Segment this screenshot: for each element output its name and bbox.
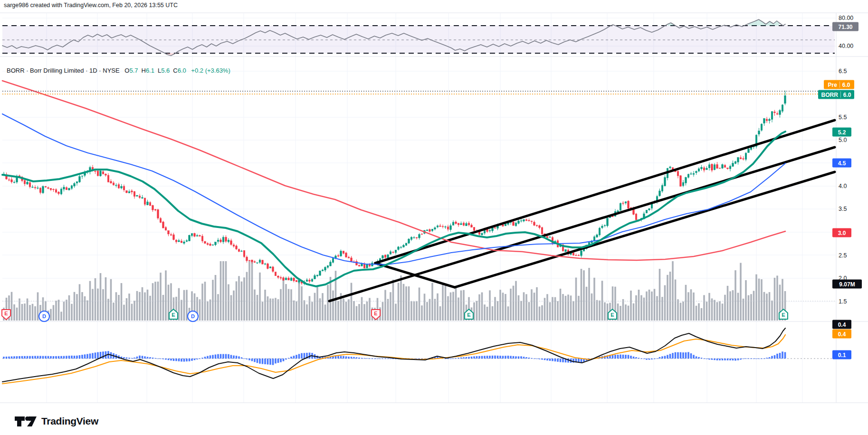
tradingview-logo-icon xyxy=(14,415,37,427)
rsi-pane[interactable] xyxy=(2,19,835,56)
ohlc-values: O5.7H6.1L5.6C6.0 xyxy=(121,67,186,74)
dividend-marker[interactable]: D xyxy=(39,311,49,322)
blue-ma-line xyxy=(2,114,785,265)
svg-text:E: E xyxy=(374,311,377,316)
svg-text:D: D xyxy=(42,313,46,319)
price-badge: 5.2 xyxy=(832,128,851,137)
change-value: +0.2 (+3.63%) xyxy=(191,67,230,74)
price-badge: 0.1 xyxy=(832,350,851,359)
rsi-value-badge: 71.30 xyxy=(832,22,858,31)
rsi-axis-label: 40.00 xyxy=(839,43,853,49)
svg-text:E: E xyxy=(4,311,8,316)
price-badge: 9.07M xyxy=(832,280,862,289)
price-axis-label: 5.0 xyxy=(839,137,847,143)
chart-canvas[interactable]: EDEDEEEE xyxy=(0,0,868,435)
price-axis-label: 1.5 xyxy=(839,298,847,305)
badge-divider xyxy=(839,82,840,88)
badge-value: 6.0 xyxy=(843,91,851,98)
time-axis[interactable]: Dec2025FebMarAprMayJunJulAugSepOctNovDec… xyxy=(0,403,868,413)
borr-price-badge: BORR6.0 xyxy=(818,90,854,99)
price-badge: 4.5 xyxy=(832,159,851,168)
ohlc-value: 6.1 xyxy=(146,67,154,74)
svg-text:E: E xyxy=(172,312,175,318)
svg-text:D: D xyxy=(191,313,195,319)
svg-text:E: E xyxy=(467,312,470,318)
price-badge: 3.0 xyxy=(832,228,851,237)
badge-divider xyxy=(840,92,841,98)
svg-text:E: E xyxy=(782,312,785,318)
svg-text:E: E xyxy=(610,312,614,318)
ohlc-value: 6.0 xyxy=(178,67,186,74)
price-axis-label: 5.5 xyxy=(839,114,847,121)
price-axis-label: 6.5 xyxy=(839,68,847,75)
ohlc-value: 5.7 xyxy=(129,67,138,74)
ohlc-label: H xyxy=(141,67,145,74)
price-badge: 0.4 xyxy=(832,320,851,329)
ohlc-label: O xyxy=(124,67,129,74)
ohlc-label: C xyxy=(173,67,177,74)
price-badge: 0.4 xyxy=(832,330,851,339)
tradingview-logo[interactable]: TradingView xyxy=(14,415,98,427)
pre-price-badge: Pre6.0 xyxy=(824,80,854,89)
badge-value: 6.0 xyxy=(842,81,850,88)
price-axis-label: 3.5 xyxy=(839,206,847,212)
badge-label: BORR xyxy=(821,91,838,98)
symbol-title: BORR · Borr Drilling Limited · 1D · NYSE xyxy=(7,67,120,74)
price-axis-label: 2.5 xyxy=(839,252,847,259)
badge-label: Pre xyxy=(828,81,837,88)
macd-pane[interactable] xyxy=(2,328,835,384)
ohlc-value: 5.6 xyxy=(161,67,170,74)
price-axis-label: 4.0 xyxy=(839,183,847,189)
tradingview-chart-window: sarge986 created with TradingView.com, F… xyxy=(0,0,868,435)
dividend-marker[interactable]: D xyxy=(188,311,198,322)
rsi-axis-label: 80.00 xyxy=(839,15,853,21)
tradingview-logo-text: TradingView xyxy=(41,416,98,427)
symbol-info-line[interactable]: BORR · Borr Drilling Limited · 1D · NYSE… xyxy=(7,67,230,74)
